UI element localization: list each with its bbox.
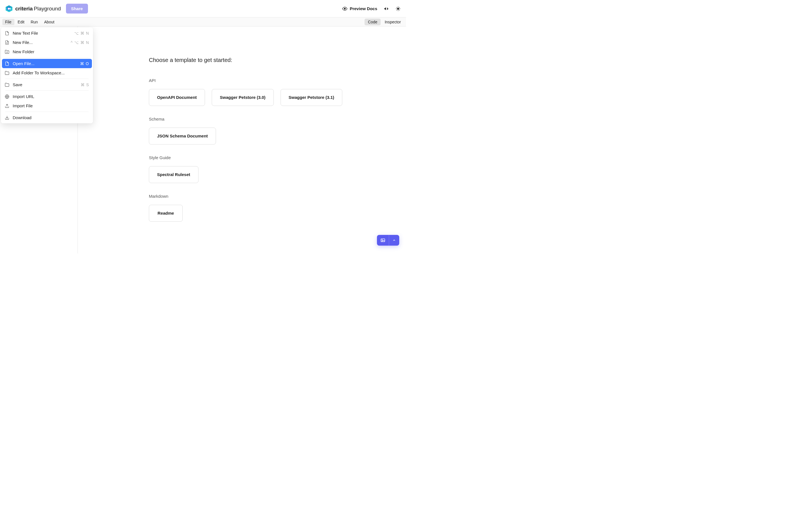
menu-item-shortcut: ⌥ ⌘ N (74, 31, 89, 36)
logo-icon (5, 5, 13, 13)
section-label: Markdown (149, 194, 406, 199)
template-card-label: OpenAPI Document (157, 95, 197, 100)
menu-separator (5, 78, 89, 79)
menu-item-label: Import File (13, 103, 89, 108)
menu-item-import-file[interactable]: Import File (2, 101, 92, 110)
menu-item-save[interactable]: Save⌘ S (2, 80, 92, 89)
menu-item-label: Open File... (13, 61, 77, 66)
share-button[interactable]: Share (66, 4, 88, 13)
template-section: SchemaJSON Schema Document (149, 117, 406, 145)
globe-icon (5, 94, 9, 99)
menu-item-add-folder-to-workspace[interactable]: Add Folder To Workspace... (2, 68, 92, 77)
card-row: Readme (149, 205, 406, 222)
menu-item-shortcut: ⌘ O (80, 61, 89, 66)
file-icon (5, 61, 9, 66)
card-row: OpenAPI DocumentSwagger Petstore (3.0)Sw… (149, 89, 406, 106)
template-card[interactable]: Readme (149, 205, 183, 222)
folder-plus-icon (5, 50, 9, 54)
help-widget[interactable] (377, 235, 399, 245)
view-tab-inspector[interactable]: Inspector (381, 18, 404, 25)
widget-chevron-up-icon[interactable] (389, 235, 399, 245)
card-row: JSON Schema Document (149, 128, 406, 145)
folder-icon (5, 71, 9, 75)
menu-item-label: New Folder (13, 49, 89, 54)
menu-item-label: Save (13, 82, 77, 87)
menu-item-new-folder[interactable]: New Folder (2, 47, 92, 56)
svg-point-4 (397, 8, 399, 10)
template-card-label: Spectral Ruleset (157, 172, 190, 177)
file-plus-icon (5, 40, 9, 45)
file-icon (5, 31, 9, 36)
template-section: Style GuideSpectral Ruleset (149, 155, 406, 183)
menu-item-label: New File... (13, 40, 67, 45)
svg-point-22 (382, 240, 382, 240)
header-left: criteriaPlayground Share (5, 4, 88, 13)
svg-line-8 (399, 10, 400, 10)
template-section: APIOpenAPI DocumentSwagger Petstore (3.0… (149, 78, 406, 106)
template-card-label: Readme (158, 211, 174, 216)
template-card-label: JSON Schema Document (157, 133, 208, 138)
menu-separator (5, 57, 89, 58)
template-card-label: Swagger Petstore (3.1) (289, 95, 335, 100)
template-card[interactable]: OpenAPI Document (149, 89, 205, 106)
menubar-item-edit[interactable]: Edit (15, 19, 28, 25)
menu-item-shortcut: ^ ⌥ ⌘ N (71, 40, 89, 45)
menu-item-open-file[interactable]: Open File...⌘ O (2, 59, 92, 68)
section-label: Style Guide (149, 155, 406, 160)
theme-toggle-icon[interactable] (395, 6, 401, 11)
menu-item-new-text-file[interactable]: New Text File⌥ ⌘ N (2, 29, 92, 38)
menu-item-label: Download (13, 115, 89, 120)
template-card[interactable]: JSON Schema Document (149, 128, 216, 145)
file-menu-dropdown: New Text File⌥ ⌘ NNew File...^ ⌥ ⌘ NNew … (1, 27, 93, 123)
menu-item-shortcut: ⌘ S (81, 82, 89, 87)
download-icon (5, 115, 9, 120)
main: Choose a template to get started: APIOpe… (78, 26, 406, 253)
brand-name: criteriaPlayground (15, 6, 61, 12)
main-title: Choose a template to get started: (149, 57, 406, 63)
menu-item-download[interactable]: Download (2, 113, 92, 122)
menubar-left: FileEditRunAbout (2, 19, 57, 25)
template-card[interactable]: Spectral Ruleset (149, 166, 199, 183)
eye-icon (342, 6, 347, 11)
template-section: MarkdownReadme (149, 194, 406, 222)
widget-image-icon[interactable] (377, 235, 389, 245)
template-card-label: Swagger Petstore (3.0) (220, 95, 266, 100)
menu-item-new-file[interactable]: New File...^ ⌥ ⌘ N (2, 38, 92, 47)
menubar: FileEditRunAbout CodeInspector (0, 17, 406, 26)
menubar-item-file[interactable]: File (2, 19, 14, 25)
menubar-item-run[interactable]: Run (28, 19, 41, 25)
section-label: Schema (149, 117, 406, 121)
folder-icon (5, 82, 9, 87)
svg-point-3 (344, 8, 346, 9)
menu-item-label: Import URL (13, 94, 89, 99)
svg-line-7 (397, 7, 397, 7)
svg-line-11 (397, 10, 397, 10)
view-tab-code[interactable]: Code (364, 18, 380, 25)
preview-docs-link[interactable]: Preview Docs (342, 6, 377, 11)
template-card[interactable]: Swagger Petstore (3.1) (281, 89, 343, 106)
menubar-right: CodeInspector (364, 18, 404, 25)
menubar-item-about[interactable]: About (41, 19, 57, 25)
megaphone-icon[interactable] (384, 6, 389, 11)
logo[interactable]: criteriaPlayground (5, 5, 61, 13)
header-right: Preview Docs (342, 6, 401, 11)
header: criteriaPlayground Share Preview Docs (0, 0, 406, 17)
card-row: Spectral Ruleset (149, 166, 406, 183)
menu-item-import-url[interactable]: Import URL (2, 92, 92, 101)
section-label: API (149, 78, 406, 83)
upload-icon (5, 104, 9, 108)
svg-line-12 (399, 7, 400, 7)
menu-item-label: New Text File (13, 31, 71, 36)
menu-item-label: Add Folder To Workspace... (13, 70, 89, 75)
preview-docs-label: Preview Docs (350, 6, 377, 11)
template-card[interactable]: Swagger Petstore (3.0) (212, 89, 274, 106)
